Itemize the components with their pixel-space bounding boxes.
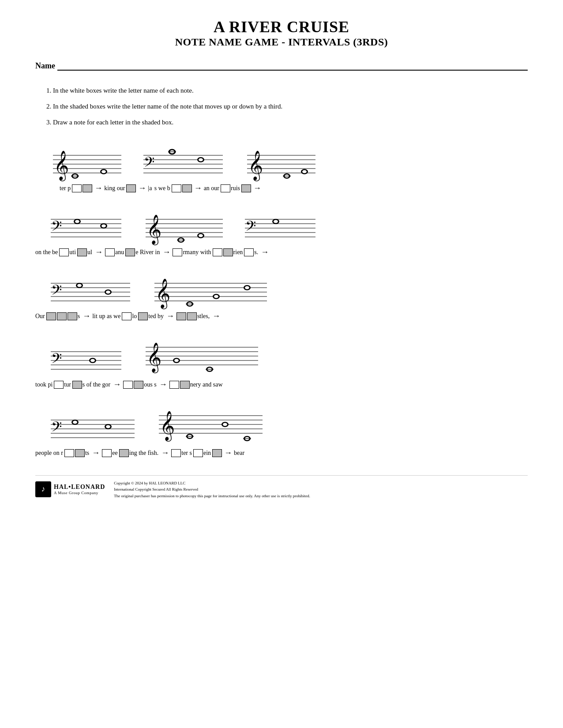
title-section: A RIVER CRUISE NOTE NAME GAME - INTERVAL…	[35, 18, 528, 48]
lyric-row-1: ter p → king our → |a s we b → an our ru…	[35, 184, 528, 193]
staff-4: 𝄢	[35, 206, 124, 246]
instructions: In the white boxes write the letter name…	[35, 84, 528, 129]
staff-12: 𝄞	[141, 402, 265, 447]
svg-text:𝄢: 𝄢	[144, 154, 154, 173]
box-white[interactable]	[221, 184, 230, 192]
box-shaded[interactable]	[77, 248, 87, 256]
box-shaded[interactable]	[83, 184, 92, 192]
box-shaded[interactable]	[57, 312, 67, 320]
svg-point-69	[77, 284, 82, 287]
svg-text:𝄞: 𝄞	[160, 411, 175, 442]
svg-text:𝄢: 𝄢	[245, 218, 256, 237]
box-white[interactable]	[172, 184, 181, 192]
box-shaded[interactable]	[138, 312, 148, 320]
instruction-2: In the shaded boxes write the letter nam…	[53, 100, 528, 113]
svg-point-61	[274, 220, 278, 223]
svg-point-21	[199, 158, 203, 161]
staff-11: 𝄢	[35, 407, 137, 447]
svg-point-10	[101, 170, 106, 173]
svg-point-124	[223, 423, 227, 426]
box-shaded[interactable]	[223, 248, 233, 256]
svg-point-53	[199, 234, 203, 237]
svg-point-32	[302, 170, 307, 173]
music-section-1: 𝄞 𝄢	[35, 142, 528, 193]
footer-rights1: International Copyright Secured All Righ…	[114, 486, 310, 492]
svg-text:𝄢: 𝄢	[51, 282, 62, 301]
svg-text:𝄞: 𝄞	[54, 150, 69, 181]
box-white[interactable]	[72, 184, 82, 192]
music-section-4: 𝄢 𝄞 took pi tur s of the gor → ous s	[35, 334, 528, 389]
svg-point-111	[73, 421, 77, 424]
box-shaded[interactable]	[72, 381, 82, 389]
music-section-3: 𝄢 𝄞 Our s → lit up as we	[35, 270, 528, 321]
staff-9: 𝄢	[35, 338, 124, 378]
svg-text:𝄞: 𝄞	[248, 150, 263, 181]
svg-point-40	[75, 220, 79, 223]
box-white[interactable]	[123, 381, 133, 389]
box-shaded[interactable]	[126, 184, 136, 192]
box-white[interactable]	[102, 449, 112, 457]
svg-point-42	[101, 225, 106, 228]
svg-point-82	[214, 295, 218, 298]
box-white[interactable]	[54, 381, 64, 389]
footer-logo-sub: A Muse Group Company	[54, 491, 105, 495]
box-white[interactable]	[64, 449, 74, 457]
music-section-2: 𝄢 𝄞 𝄢	[35, 206, 528, 257]
staff-7: 𝄢	[35, 270, 132, 310]
instruction-3: Draw a note for each letter in the shade…	[53, 116, 528, 129]
staff-8: 𝄞	[137, 270, 269, 310]
box-shaded[interactable]	[68, 312, 77, 320]
footer-logo-main: HAL•LEONARD	[54, 484, 105, 491]
staff-2: 𝄢	[128, 142, 225, 182]
staff-6: 𝄢	[229, 206, 318, 246]
svg-point-113	[106, 425, 110, 428]
box-white[interactable]	[244, 248, 254, 256]
footer-logo: ♪ HAL•LEONARD A Muse Group Company	[35, 481, 105, 498]
instruction-1: In the white boxes write the letter name…	[53, 84, 528, 97]
lyric-row-5: people on r ts → ee ing the fish. → ter …	[35, 448, 528, 458]
music-section-5: 𝄢 𝄞 people on r ts →	[35, 402, 528, 458]
box-white[interactable]	[171, 449, 181, 457]
footer-text: Copyright © 2024 by HAL LEONARD LLC Inte…	[114, 480, 310, 499]
box-white[interactable]	[122, 312, 131, 320]
box-shaded[interactable]	[241, 184, 251, 192]
box-white[interactable]	[213, 248, 222, 256]
svg-point-84	[245, 286, 249, 289]
svg-text:𝄞: 𝄞	[146, 214, 161, 245]
staff-10: 𝄞	[128, 334, 260, 378]
box-shaded[interactable]	[119, 449, 129, 457]
svg-text:𝄢: 𝄢	[51, 351, 62, 369]
svg-text:𝄢: 𝄢	[51, 419, 62, 438]
name-label: Name	[35, 61, 55, 71]
main-title: A RIVER CRUISE	[35, 18, 528, 36]
svg-point-100	[174, 359, 179, 362]
box-shaded[interactable]	[125, 248, 135, 256]
box-white[interactable]	[169, 381, 179, 389]
box-shaded[interactable]	[212, 449, 222, 457]
lyric-row-4: took pi tur s of the gor → ous s → nery …	[35, 380, 528, 389]
staff-1: 𝄞	[35, 142, 124, 182]
svg-point-92	[90, 359, 95, 362]
box-white[interactable]	[173, 248, 182, 256]
box-shaded[interactable]	[176, 312, 186, 320]
svg-text:𝄞: 𝄞	[146, 342, 161, 373]
footer: ♪ HAL•LEONARD A Muse Group Company Copyr…	[35, 475, 528, 499]
staff-5: 𝄞	[128, 206, 225, 246]
footer-copyright: Copyright © 2024 by HAL LEONARD LLC	[114, 480, 310, 486]
name-line: Name	[35, 61, 528, 71]
box-shaded[interactable]	[75, 449, 85, 457]
svg-text:𝄞: 𝄞	[155, 278, 170, 309]
lyric-row-2: on the be uti ul → anu e River in → rman…	[35, 248, 528, 257]
name-underline	[57, 62, 528, 71]
box-shaded[interactable]	[134, 381, 143, 389]
box-shaded[interactable]	[182, 184, 192, 192]
box-shaded[interactable]	[46, 312, 56, 320]
box-white[interactable]	[59, 248, 69, 256]
box-white[interactable]	[105, 248, 115, 256]
lyric-row-3: Our s → lit up as we lo ted by → stles, …	[35, 311, 528, 321]
box-white[interactable]	[193, 449, 203, 457]
svg-point-71	[106, 291, 110, 294]
box-shaded[interactable]	[187, 312, 197, 320]
box-shaded[interactable]	[180, 381, 190, 389]
svg-text:𝄢: 𝄢	[51, 218, 62, 237]
